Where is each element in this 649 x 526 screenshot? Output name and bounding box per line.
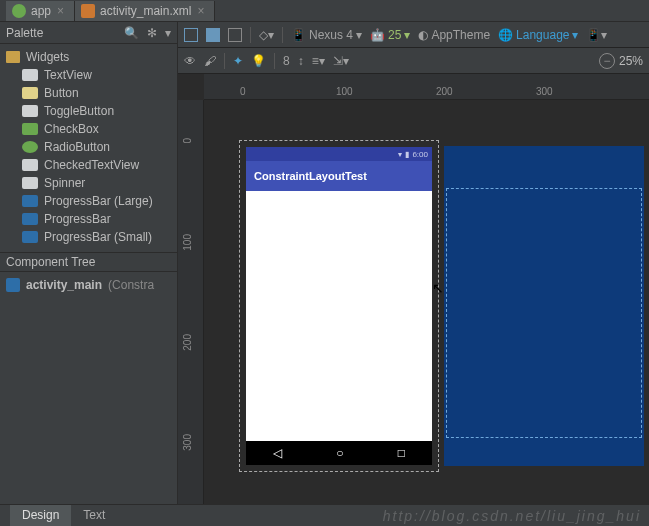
tab-app[interactable]: app × [6, 1, 75, 21]
surface-design-icon[interactable] [184, 28, 198, 42]
locale-selector[interactable]: 🌐Language▾ [498, 28, 578, 42]
palette-gear-icon[interactable]: ✻ [147, 26, 157, 40]
close-icon[interactable]: × [57, 4, 64, 18]
blueprint-preview[interactable] [444, 146, 644, 466]
component-root-hint: (Constra [108, 278, 154, 292]
device-orientation-icon[interactable]: 📱▾ [586, 28, 607, 42]
palette-item-checkedtextview[interactable]: CheckedTextView [0, 156, 177, 174]
theme-selector[interactable]: ◐AppTheme [418, 28, 490, 42]
preview-appbar: ConstraintLayoutTest [246, 161, 432, 191]
component-root-label: activity_main [26, 278, 102, 292]
device-selector[interactable]: 📱Nexus 4▾ [291, 28, 362, 42]
designer-toolbar-1: ◇▾ 📱Nexus 4▾ 🤖25▾ ◐AppTheme 🌐Language▾ 📱… [178, 22, 649, 48]
layout-icon [6, 278, 20, 292]
folder-icon [6, 51, 20, 63]
widget-label: ToggleButton [44, 104, 114, 118]
preview-time: 6:00 [412, 150, 428, 159]
palette-item-spinner[interactable]: Spinner [0, 174, 177, 192]
widget-icon [22, 87, 38, 99]
palette-title: Palette [6, 26, 43, 40]
wifi-icon: ▾ [398, 150, 402, 159]
palette-menu-icon[interactable]: ▾ [165, 26, 171, 40]
close-icon[interactable]: × [197, 4, 204, 18]
design-surface[interactable]: ▾ ▮ 6:00 ConstraintLayoutTest ◁ ○ □ [204, 100, 649, 504]
module-icon [12, 4, 26, 18]
widget-icon [22, 69, 38, 81]
palette-item-progressbar-small[interactable]: ProgressBar (Small) [0, 228, 177, 246]
widget-icon [22, 231, 38, 243]
api-selector[interactable]: 🤖25▾ [370, 28, 410, 42]
battery-icon: ▮ [405, 150, 409, 159]
palette-item-button[interactable]: Button [0, 84, 177, 102]
brush-icon[interactable]: 🖌 [204, 54, 216, 68]
design-tab[interactable]: Design [10, 505, 71, 526]
align-icon[interactable]: ↕ [298, 54, 304, 68]
surface-both-icon[interactable] [228, 28, 242, 42]
widget-icon [22, 213, 38, 225]
palette-item-radiobutton[interactable]: RadioButton [0, 138, 177, 156]
widget-label: TextView [44, 68, 92, 82]
widget-icon [22, 141, 38, 153]
palette-list: Widgets TextView Button ToggleButton Che… [0, 44, 177, 252]
widget-label: CheckedTextView [44, 158, 139, 172]
component-tree-root[interactable]: activity_main (Constra [6, 278, 171, 292]
preview-statusbar: ▾ ▮ 6:00 [246, 147, 432, 161]
widget-icon [22, 105, 38, 117]
xml-file-icon [81, 4, 95, 18]
guideline-icon[interactable]: ⇲▾ [333, 54, 349, 68]
text-tab[interactable]: Text [71, 505, 117, 526]
bulb-icon[interactable]: 💡 [251, 54, 266, 68]
widget-label: ProgressBar [44, 212, 111, 226]
designer-toolbar-2: 👁 🖌 ✦ 💡 8 ↕ ≡▾ ⇲▾ − 25% [178, 48, 649, 74]
default-margin[interactable]: 8 [283, 54, 290, 68]
surface-blueprint-icon[interactable] [206, 28, 220, 42]
orientation-icon[interactable]: ◇▾ [259, 28, 274, 42]
widget-label: ProgressBar (Large) [44, 194, 153, 208]
widget-icon [22, 195, 38, 207]
zoom-out-button[interactable]: − [599, 53, 615, 69]
widget-label: CheckBox [44, 122, 99, 136]
ruler-horizontal: 0 100 200 300 [204, 74, 649, 100]
palette-item-textview[interactable]: TextView [0, 66, 177, 84]
tab-label: activity_main.xml [100, 4, 191, 18]
nav-home-icon: ○ [336, 446, 343, 460]
widget-label: ProgressBar (Small) [44, 230, 152, 244]
palette-item-togglebutton[interactable]: ToggleButton [0, 102, 177, 120]
tab-label: app [31, 4, 51, 18]
widget-icon [22, 123, 38, 135]
cursor-icon: ↖ [432, 280, 444, 296]
widget-icon [22, 177, 38, 189]
widget-icon [22, 159, 38, 171]
folder-label: Widgets [26, 50, 69, 64]
component-tree-title: Component Tree [6, 255, 95, 269]
preview-title: ConstraintLayoutTest [254, 170, 367, 182]
tab-activity-main[interactable]: activity_main.xml × [75, 1, 215, 21]
nav-back-icon: ◁ [273, 446, 282, 460]
palette-item-progressbar-large[interactable]: ProgressBar (Large) [0, 192, 177, 210]
eye-icon[interactable]: 👁 [184, 54, 196, 68]
widget-label: Spinner [44, 176, 85, 190]
widget-label: RadioButton [44, 140, 110, 154]
device-preview-frame[interactable]: ▾ ▮ 6:00 ConstraintLayoutTest ◁ ○ □ [239, 140, 439, 472]
magic-wand-icon[interactable]: ✦ [233, 54, 243, 68]
ruler-vertical: 0 100 200 300 [178, 100, 204, 504]
preview-body[interactable] [246, 191, 432, 441]
preview-navbar: ◁ ○ □ [246, 441, 432, 465]
palette-item-checkbox[interactable]: CheckBox [0, 120, 177, 138]
zoom-level: 25% [619, 54, 643, 68]
widget-label: Button [44, 86, 79, 100]
palette-item-progressbar[interactable]: ProgressBar [0, 210, 177, 228]
palette-search-icon[interactable]: 🔍 [124, 26, 139, 40]
palette-folder-widgets[interactable]: Widgets [0, 48, 177, 66]
nav-recent-icon: □ [398, 446, 405, 460]
pack-icon[interactable]: ≡▾ [312, 54, 325, 68]
